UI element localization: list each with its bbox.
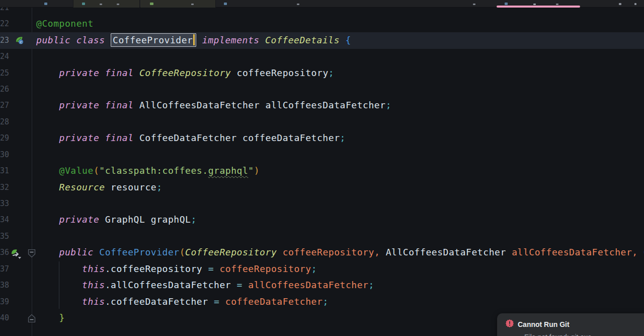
code-token: ; bbox=[311, 263, 317, 274]
line-number-28[interactable]: 28 bbox=[0, 114, 9, 130]
editor-tab-bar bbox=[0, 0, 644, 8]
code-text: @Value("classpath:coffees.graphql") bbox=[36, 163, 260, 179]
line-number-29[interactable]: 29 bbox=[0, 130, 9, 146]
line-number-24[interactable]: 24 bbox=[0, 48, 9, 64]
code-line-23[interactable]: 23public class CoffeeProvider implements… bbox=[0, 32, 644, 49]
file-icon bbox=[44, 3, 47, 5]
line-number-39[interactable]: 39 bbox=[0, 294, 9, 310]
code-token: graphql bbox=[208, 165, 249, 176]
code-token: . bbox=[105, 296, 111, 307]
spring-bean-icon[interactable]: c bbox=[15, 36, 24, 47]
code-token bbox=[277, 247, 282, 257]
code-token: ( bbox=[180, 247, 185, 257]
code-token: coffeeRepository bbox=[111, 263, 202, 274]
error-badge-icon bbox=[506, 319, 514, 329]
fold-region-end-icon[interactable] bbox=[28, 314, 36, 325]
autowired-bean-icon[interactable] bbox=[10, 248, 24, 261]
code-token: private bbox=[59, 214, 105, 225]
line-number-27[interactable]: 27 bbox=[0, 97, 9, 113]
code-text: private final AllCoffeesDataFetcher allC… bbox=[36, 97, 391, 113]
line-number-40[interactable]: 40 bbox=[0, 310, 9, 326]
code-text: this.allCoffeesDataFetcher = allCoffeesD… bbox=[36, 277, 374, 293]
code-token bbox=[36, 68, 59, 78]
tab-label-fragment bbox=[619, 3, 621, 5]
code-token: = bbox=[231, 280, 248, 290]
line-number-23[interactable]: 23 bbox=[0, 32, 9, 48]
file-icon bbox=[82, 3, 85, 5]
code-line-24[interactable]: 24 bbox=[0, 48, 644, 65]
code-line-32[interactable]: 32 Resource resource; bbox=[0, 179, 644, 196]
tab-label-fragment bbox=[117, 4, 119, 5]
code-token: allCoffeesDataFetcher bbox=[260, 100, 386, 110]
code-text: Resource resource; bbox=[36, 179, 163, 195]
code-token: private final bbox=[59, 100, 139, 110]
code-token: private final bbox=[59, 132, 139, 143]
code-token: AllCoffeesDataFetcher bbox=[139, 100, 260, 110]
fold-region-start-icon[interactable] bbox=[28, 249, 36, 260]
code-line-26[interactable]: 26 bbox=[0, 81, 644, 98]
line-number-35[interactable]: 35 bbox=[0, 228, 9, 244]
code-line-22[interactable]: 22@Component bbox=[0, 16, 644, 32]
svg-text:c: c bbox=[20, 40, 22, 44]
code-line-35[interactable]: 35 bbox=[0, 228, 644, 245]
code-token bbox=[506, 247, 512, 257]
code-token bbox=[36, 214, 59, 225]
code-token: ; bbox=[386, 100, 391, 110]
active-tab-underline[interactable] bbox=[497, 6, 580, 8]
line-number-31[interactable]: 31 bbox=[0, 163, 9, 179]
line-number-30[interactable]: 30 bbox=[0, 147, 9, 163]
code-token bbox=[36, 182, 59, 192]
code-text: } bbox=[36, 310, 65, 326]
code-line-31[interactable]: 31 @Value("classpath:coffees.graphql") bbox=[0, 163, 644, 179]
line-number-32[interactable]: 32 bbox=[0, 179, 9, 195]
ide-window: { "app": { "kind": "IDE code editor", "a… bbox=[0, 0, 644, 336]
notification-title: Cannot Run Git bbox=[518, 320, 570, 328]
code-line-37[interactable]: 37 this.coffeeRepository = coffeeReposit… bbox=[0, 261, 644, 278]
code-text: this.coffeeDataFetcher = coffeeDataFetch… bbox=[36, 294, 329, 310]
identifier-in-rename-box: CoffeeProvider bbox=[111, 33, 196, 47]
line-number-38[interactable]: 38 bbox=[0, 277, 9, 293]
code-line-39[interactable]: 39 this.coffeeDataFetcher = coffeeDataFe… bbox=[0, 294, 644, 310]
file-icon bbox=[505, 3, 508, 5]
code-token: . bbox=[105, 280, 111, 290]
code-token: Resource bbox=[59, 182, 105, 192]
line-number-22[interactable]: 22 bbox=[0, 16, 9, 32]
code-token: ; bbox=[368, 280, 374, 290]
code-line-30[interactable]: 30 bbox=[0, 147, 644, 163]
code-token: CoffeeRepository bbox=[139, 68, 231, 78]
code-line-25[interactable]: 25 private final CoffeeRepository coffee… bbox=[0, 65, 644, 82]
code-line-27[interactable]: 27 private final AllCoffeesDataFetcher a… bbox=[0, 97, 644, 114]
line-number-36[interactable]: 36 bbox=[0, 244, 9, 260]
code-token bbox=[196, 35, 202, 45]
tab-separator bbox=[139, 0, 140, 8]
code-token: coffeeRepository bbox=[219, 263, 311, 274]
code-token: this bbox=[82, 280, 105, 290]
file-icon bbox=[224, 3, 227, 5]
line-number-33[interactable]: 33 bbox=[0, 195, 9, 212]
code-token: public bbox=[59, 247, 100, 257]
code-token: ; bbox=[340, 132, 346, 143]
code-token: ; bbox=[323, 296, 328, 307]
code-token: coffeeRepository bbox=[231, 68, 329, 78]
code-token: { bbox=[346, 35, 351, 45]
line-number-34[interactable]: 34 bbox=[0, 212, 9, 228]
code-token: CoffeeProvider bbox=[99, 247, 179, 257]
code-line-34[interactable]: 34 private GraphQL graphQL; bbox=[0, 212, 644, 228]
code-token: coffeeDataFetcher bbox=[237, 132, 340, 143]
tab-label-fragment bbox=[191, 4, 194, 5]
text-caret bbox=[193, 34, 195, 45]
line-number-26[interactable]: 26 bbox=[0, 81, 9, 97]
code-editor[interactable]: 2122@Component23public class CoffeeProvi… bbox=[0, 8, 644, 336]
code-token: allCoffeesDataFetcher bbox=[111, 280, 231, 290]
code-text: private final CoffeeDataFetcher coffeeDa… bbox=[36, 130, 346, 146]
code-token: implements bbox=[202, 35, 265, 45]
line-number-37[interactable]: 37 bbox=[0, 261, 9, 277]
line-number-25[interactable]: 25 bbox=[0, 65, 9, 81]
notification-balloon[interactable]: Cannot Run Git File not found: git.exe bbox=[497, 313, 644, 336]
code-token: , bbox=[632, 247, 643, 257]
code-line-29[interactable]: 29 private final CoffeeDataFetcher coffe… bbox=[0, 130, 644, 147]
code-line-36[interactable]: 36 public CoffeeProvider(CoffeeRepositor… bbox=[0, 244, 644, 261]
code-line-38[interactable]: 38 this.allCoffeesDataFetcher = allCoffe… bbox=[0, 277, 644, 294]
code-line-33[interactable]: 33 bbox=[0, 195, 644, 212]
code-line-28[interactable]: 28 bbox=[0, 114, 644, 130]
